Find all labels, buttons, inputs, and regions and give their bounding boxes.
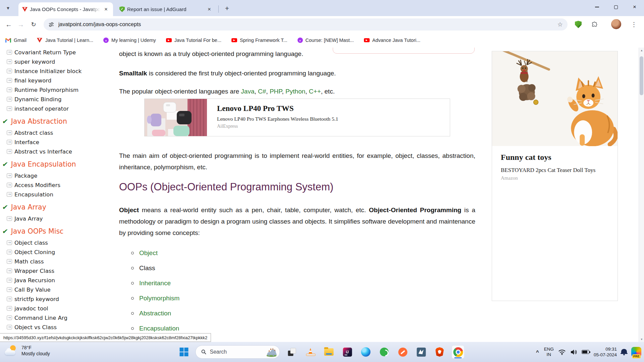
tray-show-hidden-icons[interactable]: ^ <box>536 349 539 355</box>
sidebar-item-call-by-value[interactable]: →Call By Value <box>0 285 117 294</box>
list-item-abstraction[interactable]: Abstraction <box>131 306 179 321</box>
list-item-polymorphism[interactable]: Polymorphism <box>131 291 179 306</box>
bookmark-spring-framework-t[interactable]: ▶Spring Framework T... <box>231 38 287 43</box>
sidebar-item-covariant-return-type[interactable]: →Covariant Return Type <box>0 48 117 57</box>
tab-close-icon[interactable]: × <box>206 6 213 13</box>
ad-title[interactable]: Lenovo LP40 Pro TWS <box>217 104 338 113</box>
adguard-extension-button[interactable]: 9 <box>573 19 584 30</box>
lenovo-ad-card[interactable]: Lenovo LP40 Pro TWS Lenovo LP40 Pro TWS … <box>144 99 450 136</box>
browser-menu-button[interactable]: ⋮ <box>629 19 639 30</box>
list-item-object[interactable]: Object <box>131 245 179 260</box>
taskbar-icon-green-circle-app[interactable] <box>378 345 391 359</box>
battery-icon[interactable] <box>582 350 589 354</box>
tab-close-icon[interactable]: × <box>102 6 110 13</box>
window-minimize-button[interactable] <box>588 0 606 14</box>
taskbar-weather-widget[interactable]: 78°F Mostly cloudy <box>5 345 50 357</box>
tab-java-oops-concepts[interactable]: Java OOPs Concepts - Javatpoint × <box>18 2 113 16</box>
taskbar-icon-postman[interactable] <box>396 345 409 359</box>
sidebar-item-runtime-polymorphism[interactable]: →Runtime Polymorphism <box>0 85 117 95</box>
bookmark-advance-java-tutori[interactable]: ▶Advance Java Tutori... <box>364 38 420 43</box>
taskbar-icon-file-explorer[interactable] <box>323 345 335 359</box>
url-text[interactable]: javatpoint.com/java-oops-concepts <box>58 21 557 27</box>
site-settings-icon[interactable] <box>48 21 54 27</box>
taskbar-icon-brave-browser[interactable] <box>433 345 446 359</box>
back-button[interactable]: ← <box>3 18 15 31</box>
arrow-right-icon: → <box>7 315 12 320</box>
volume-icon[interactable] <box>570 349 577 355</box>
sidebar-item-dynamic-binding[interactable]: →Dynamic Binding <box>0 95 117 104</box>
sidebar-item-access-modifiers[interactable]: →Access Modifiers <box>0 180 117 190</box>
notification-bell-icon[interactable] <box>621 349 627 354</box>
bookmark-course-new-mast[interactable]: ▲Course: [NEW] Mast... <box>298 38 354 43</box>
scroll-up-icon[interactable]: ▲ <box>639 48 644 53</box>
window-close-button[interactable]: × <box>625 0 644 14</box>
clock-widget[interactable]: 09:31 05-07-2024 <box>594 346 617 358</box>
sidebar-item-javadoc-tool[interactable]: →javadoc tool <box>0 304 117 313</box>
tab-search-button[interactable]: ▾ <box>3 3 13 13</box>
list-item-inheritance[interactable]: Inheritance <box>131 276 179 291</box>
sidebar-item-wrapper-class[interactable]: →Wrapper Class <box>0 266 117 276</box>
sidebar-item-math-class[interactable]: →Math class <box>0 257 117 266</box>
sidebar-item-package[interactable]: →Package <box>0 171 117 180</box>
language-indicator[interactable]: ENG IN <box>544 347 554 357</box>
microsoft-edge-icon <box>361 347 371 357</box>
kebab-menu-icon: ⋮ <box>631 21 637 28</box>
bookmark-my-learning-udemy[interactable]: ▲My learning | Udemy <box>103 38 156 43</box>
sidebar-heading-label: Java Abstraction <box>11 117 67 125</box>
bookmark-java-tutorial-for-be[interactable]: ▶Java Tutorial For be... <box>166 38 221 43</box>
extensions-button[interactable] <box>589 19 600 30</box>
search-highlight-dinosaur-image[interactable] <box>266 347 278 357</box>
sidebar-item-strictfp-keyword[interactable]: →strictfp keyword <box>0 294 117 304</box>
sidebar-heading-java-array[interactable]: ✔Java Array <box>0 202 117 213</box>
sidebar-heading-java-abstraction[interactable]: ✔Java Abstraction <box>0 116 117 127</box>
taskbar-icon-microsoft-edge[interactable] <box>360 345 372 359</box>
start-button[interactable] <box>180 348 189 356</box>
bookmark-gmail[interactable]: Gmail <box>5 38 26 43</box>
sidebar-item-super-keyword[interactable]: →super keyword <box>0 57 117 66</box>
tab-adguard-report[interactable]: Report an issue | AdGuard × <box>116 2 216 16</box>
sidebar-item-object-cloning[interactable]: →Object Cloning <box>0 247 117 257</box>
sidebar-item-java-recursion[interactable]: →Java Recursion <box>0 276 117 285</box>
taskbar-icon-intellij-idea[interactable]: IJ <box>341 345 354 359</box>
minimize-icon <box>595 7 599 7</box>
sidebar-item-command-line-arg[interactable]: →Command Line Arg <box>0 313 117 322</box>
sidebar-item-instanceof-operator[interactable]: →instanceof operator <box>0 104 117 113</box>
wifi-icon[interactable] <box>558 349 566 355</box>
new-tab-button[interactable]: + <box>222 4 232 13</box>
copilot-icon[interactable]: PRE <box>631 347 641 357</box>
cat-toys-ad-card[interactable]: Funny cat toys BESTOYARD 2pcs Cat Teaser… <box>492 51 618 301</box>
window-controls: × <box>588 0 644 16</box>
sidebar-item-encapsulation[interactable]: →Encapsulation <box>0 190 117 199</box>
sidebar-item-object-vs-class[interactable]: →Object vs Class <box>0 322 117 332</box>
sidebar-heading-java-encapsulation[interactable]: ✔Java Encapsulation <box>0 159 117 170</box>
sidebar-heading-java-oops-misc[interactable]: ✔Java OOPs Misc <box>0 226 117 237</box>
sidebar-item-object-class[interactable]: →Object class <box>0 238 117 247</box>
reload-button[interactable]: ↻ <box>28 18 40 31</box>
sidebar-item-instance-initializer-block[interactable]: →Instance Initializer block <box>0 66 117 76</box>
sidebar-item-abstract-vs-interface[interactable]: →Abstract vs Interface <box>0 147 117 156</box>
inline-link-java[interactable]: Java <box>241 88 254 95</box>
page-scrollbar[interactable]: ▲ ▼ <box>639 48 644 342</box>
window-maximize-button[interactable] <box>606 0 625 14</box>
taskbar-icon-vlc-player[interactable] <box>304 345 317 359</box>
taskbar-icon-google-chrome[interactable] <box>452 345 465 359</box>
taskbar-search-box[interactable]: Search <box>196 345 280 359</box>
bookmark-java-tutorial-learn[interactable]: Java Tutorial | Learn... <box>37 37 93 43</box>
sidebar-item-interface[interactable]: →Interface <box>0 137 117 147</box>
forward-button[interactable]: → <box>15 18 27 31</box>
sidebar-item-abstract-class[interactable]: →Abstract class <box>0 128 117 137</box>
scrollbar-thumb[interactable] <box>640 56 643 95</box>
profile-avatar[interactable] <box>611 19 621 29</box>
inline-link-php[interactable]: PHP <box>270 88 282 95</box>
bookmark-star-icon[interactable]: ☆ <box>557 21 563 28</box>
inline-link-c[interactable]: C# <box>258 88 266 95</box>
taskbar-icon-bird-app[interactable] <box>415 345 428 359</box>
address-bar[interactable]: javatpoint.com/java-oops-concepts ☆ <box>44 18 568 31</box>
scroll-down-icon[interactable]: ▼ <box>639 337 644 342</box>
sidebar-item-java-array[interactable]: →Java Array <box>0 214 117 223</box>
inline-link-python[interactable]: Python <box>285 88 305 95</box>
inline-link-c[interactable]: C++ <box>309 88 321 95</box>
sidebar-item-final-keyword[interactable]: →final keyword <box>0 76 117 85</box>
taskbar-icon-overlapping-squares-app[interactable] <box>286 345 299 359</box>
cat-ad-title[interactable]: Funny cat toys <box>501 153 609 162</box>
